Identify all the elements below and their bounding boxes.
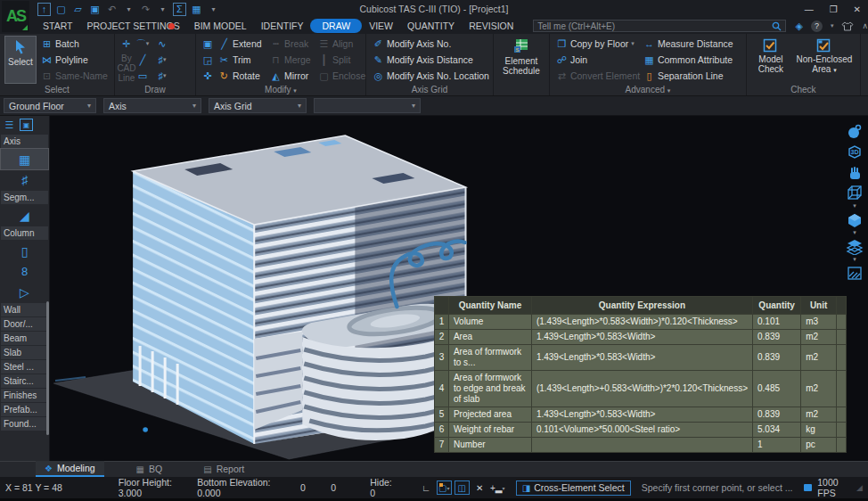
undo-caret-icon[interactable]: ▾	[122, 3, 135, 16]
trim-button[interactable]: ✂Trim	[217, 52, 266, 68]
sidebar-item-column-special[interactable]: ▷	[1, 282, 48, 302]
tab-view[interactable]: VIEW	[362, 19, 400, 33]
sidebar-item-secondary-axis[interactable]: ♯	[1, 169, 48, 190]
move-icon[interactable]: ✜	[201, 68, 215, 84]
redo-caret-icon[interactable]: ▾	[156, 3, 169, 16]
tab-modeling[interactable]: ❖Modeling	[36, 461, 104, 477]
sidebar-section-door[interactable]: Door/...	[1, 317, 48, 331]
join-button[interactable]: ☍Join	[554, 52, 640, 68]
table-row[interactable]: 4 Area of formwork to edge and break of …	[435, 371, 847, 407]
sum-icon[interactable]: Σ	[173, 3, 186, 16]
sidebar-section-staircase[interactable]: Stairc...	[1, 374, 48, 388]
draw-grid2-icon[interactable]: ♯▾	[155, 68, 169, 84]
enclose-button[interactable]: ▢Enclose	[316, 68, 361, 84]
model-check-button[interactable]: Model Check	[751, 36, 790, 84]
assistant-lamp-icon[interactable]: ◈	[795, 21, 802, 32]
search-icon[interactable]	[772, 21, 782, 31]
measure-distance-button[interactable]: ↔Measure Distance	[642, 36, 741, 52]
draw-rectangle-icon[interactable]: ▭	[135, 68, 150, 84]
draw-grid-icon[interactable]: ♯▾	[155, 52, 169, 68]
shaded-view-icon[interactable]	[844, 209, 865, 230]
resize-grip[interactable]: ◢	[856, 483, 863, 492]
ortho-mode-icon[interactable]: ∟	[419, 480, 434, 495]
wireframe-view-caret-icon[interactable]: ▾	[853, 203, 856, 209]
sidebar-section-axis[interactable]: Axis	[1, 135, 48, 148]
extend-button[interactable]: ╱Extend	[217, 36, 266, 52]
collapse-ribbon-icon[interactable]: ∧	[862, 21, 868, 30]
snap-nodes-icon[interactable]: ◫	[454, 480, 470, 495]
sidebar-section-beam[interactable]: Beam	[1, 332, 48, 345]
element-schedule-button[interactable]: S Element Schedule	[498, 36, 545, 84]
cross-snap-icon[interactable]: ✕	[472, 480, 487, 495]
tab-bim-model[interactable]: BIM MODEL	[187, 19, 254, 33]
close-button[interactable]: ✕	[854, 4, 861, 14]
sidebar-section-foundation[interactable]: Found...	[1, 417, 48, 431]
table-row[interactable]: 6 Weight of rebar 0.101<Volume>*50.000<S…	[435, 423, 847, 438]
wireframe-view-icon[interactable]	[844, 183, 865, 203]
tab-project-settings[interactable]: PROJECT SETTINGS	[79, 19, 186, 33]
orbit-view-icon[interactable]	[844, 121, 865, 142]
draw-arc-icon[interactable]: ⌒▾	[135, 36, 150, 52]
layers-caret-icon[interactable]: ▾	[853, 257, 856, 263]
table-row[interactable]: 5 Projected area 1.439<Length>*0.583<Wid…	[435, 407, 847, 423]
sidebar-scrollbar[interactable]	[46, 301, 49, 435]
app-logo[interactable]: AS	[2, 1, 29, 32]
sidebar-section-finishes[interactable]: Finishes	[1, 389, 48, 402]
rotate-button[interactable]: ↻Rotate	[217, 68, 266, 84]
sidebar-section-segment[interactable]: Segm...	[1, 191, 48, 204]
same-name-select-button[interactable]: ⊡Same-Name	[39, 68, 110, 84]
undo-icon[interactable]: ↶	[105, 3, 119, 16]
save-icon[interactable]: ▣	[88, 3, 102, 16]
element-list-icon[interactable]: ☰	[3, 119, 16, 131]
tab-start[interactable]: START	[36, 19, 79, 33]
convert-element-button[interactable]: ⇄Convert Element	[554, 68, 640, 84]
advanced-group-label[interactable]: Advanced ▾	[554, 84, 741, 97]
draw-line-icon[interactable]: ╱	[135, 52, 150, 68]
tab-identify[interactable]: IDENTIFY	[254, 19, 311, 33]
sidebar-section-wall[interactable]: Wall	[1, 303, 48, 316]
layers-icon[interactable]	[844, 236, 865, 257]
region-select-icon[interactable]: ▢▾	[437, 480, 452, 495]
modify-group-label[interactable]: Modify ▾	[201, 84, 361, 97]
sidebar-section-prefab[interactable]: Prefab...	[1, 403, 48, 416]
sidebar-item-column[interactable]: ▯	[1, 241, 48, 261]
pan-hand-icon[interactable]	[844, 162, 865, 183]
viewport-3d[interactable]: Quantity Name Quantity Expression Quanti…	[50, 116, 868, 461]
section-view-icon[interactable]	[844, 263, 865, 283]
view-3d-icon[interactable]: 3D	[844, 142, 865, 162]
export-icon[interactable]: ↑	[37, 3, 51, 16]
table-row[interactable]: 2 Area 1.439<Length>*0.583<Width> 0.839 …	[435, 330, 847, 345]
table-row[interactable]: 1 Volume (1.439<Length>*0.583<Width>)*0.…	[435, 315, 847, 330]
select-button[interactable]: Select	[4, 36, 37, 84]
table-row[interactable]: 3 Area of formwork to s... 1.439<Length>…	[435, 345, 847, 371]
panel-toggle-icon[interactable]: ▣	[20, 119, 33, 131]
mirror-button[interactable]: ◭Mirror	[268, 68, 315, 84]
tab-report[interactable]: ▤Report	[194, 461, 253, 477]
open-folder-icon[interactable]: ▱	[71, 3, 85, 16]
tab-revision[interactable]: REVISION	[462, 19, 520, 33]
separation-line-button[interactable]: ▯Separation Line	[642, 68, 741, 84]
sidebar-item-segment[interactable]: ◢	[1, 205, 48, 226]
non-enclosed-area-button[interactable]: Non-Enclosed Area ▾	[793, 36, 856, 84]
minimize-button[interactable]: —	[805, 4, 814, 14]
common-attribute-button[interactable]: ▦Common Attribute	[642, 52, 741, 68]
search-input[interactable]: Tell me (Ctrl+Alt+E)	[533, 20, 786, 32]
by-cad-line-button[interactable]: By CAD Line	[119, 52, 134, 84]
tab-draw[interactable]: DRAW	[310, 19, 362, 33]
merge-button[interactable]: ⊓Merge	[268, 52, 315, 68]
sidebar-section-column[interactable]: Column	[1, 226, 48, 240]
schedule-icon[interactable]: ▦	[190, 3, 203, 16]
modify-axis-no-button[interactable]: ✐Modify Axis No.	[371, 36, 488, 52]
qat-more-caret-icon[interactable]: ▾	[207, 3, 220, 16]
theme-shirt-icon[interactable]	[841, 21, 854, 31]
help-caret-icon[interactable]: ▾	[831, 22, 834, 29]
element-type-dropdown[interactable]: Axis Grid▾	[209, 98, 307, 113]
batch-select-button[interactable]: ⊞Batch	[39, 36, 110, 52]
cross-element-select-button[interactable]: ◨ Cross-Element Select	[516, 480, 631, 496]
tab-bq[interactable]: ▦BQ	[127, 461, 172, 477]
maximize-button[interactable]: ❐	[830, 4, 838, 14]
offset-icon[interactable]: ▣	[201, 36, 215, 52]
break-button[interactable]: ┅Break	[268, 36, 315, 52]
tab-quantity[interactable]: QUANTITY	[400, 19, 462, 33]
polyline-select-button[interactable]: ⋈Polyline	[39, 52, 110, 68]
